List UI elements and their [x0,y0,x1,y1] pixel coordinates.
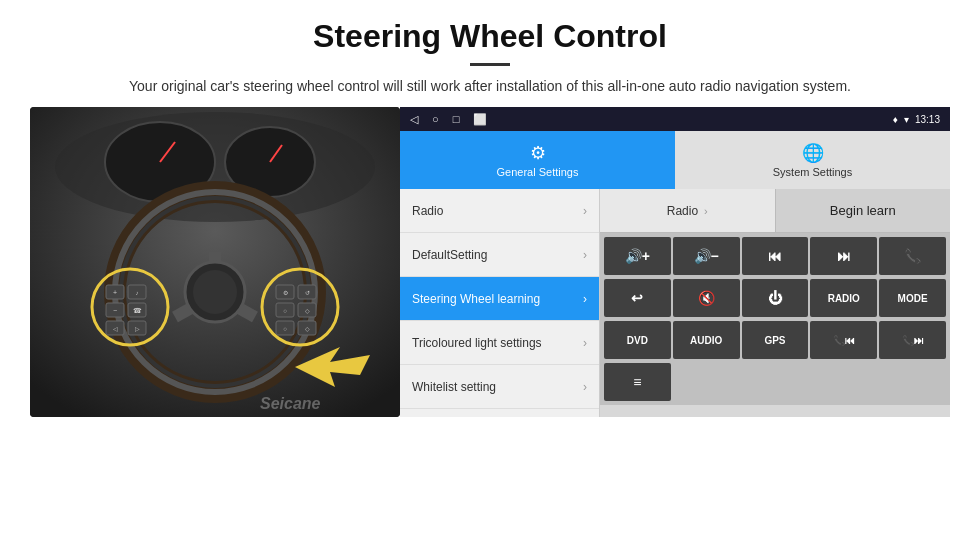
button-grid-row3: ↩ 🔇 ⏻ RADIO MODE [600,279,950,321]
svg-text:−: − [113,307,117,314]
svg-text:☎: ☎ [133,307,142,314]
vol-down-button[interactable]: 🔊− [673,237,740,275]
menu-item-whitelist[interactable]: Whitelist setting › [400,365,599,409]
car-image: + ♪ − ☎ ◁ ▷ ⚙ ↺ ○ ◇ ○ [30,107,400,417]
button-grid-row2: 🔊+ 🔊− ⏮ ⏭ 📞 [600,233,950,279]
nav-buttons: ◁ ○ □ ⬜ [410,113,487,126]
svg-text:◇: ◇ [305,326,310,332]
android-panel: ◁ ○ □ ⬜ ♦ ▾ 13:13 ⚙ General Settings [400,107,950,417]
radio-btn[interactable]: RADIO [810,279,877,317]
system-settings-tab[interactable]: 🌐 System Settings [675,131,950,189]
svg-text:+: + [113,289,117,296]
page-title: Steering Wheel Control [40,18,940,55]
radio-label: Radio › [600,189,776,232]
mode-button[interactable]: MODE [879,279,946,317]
svg-text:◁: ◁ [113,326,118,332]
right-panel: Radio › Begin learn 🔊+ 🔊− ⏮ ⏭ 📞 [600,189,950,417]
svg-text:◇: ◇ [305,308,310,314]
clock: 13:13 [915,114,940,125]
menu-item-steering-wheel[interactable]: Steering Wheel learning › [400,277,599,321]
power-button[interactable]: ⏻ [742,279,809,317]
recent-nav-icon[interactable]: □ [453,113,460,125]
page-subtitle: Your original car's steering wheel contr… [115,76,865,97]
system-settings-icon: 🌐 [802,142,824,164]
menu-item-tricoloured[interactable]: Tricoloured light settings › [400,321,599,365]
phone-button[interactable]: 📞 [879,237,946,275]
screenshot-nav-icon[interactable]: ⬜ [473,113,487,126]
back-nav-icon[interactable]: ◁ [410,113,418,126]
svg-text:○: ○ [283,308,287,314]
general-settings-tab[interactable]: ⚙ General Settings [400,131,675,189]
button-grid-row5: ≡ [600,363,950,405]
general-settings-label: General Settings [497,166,579,178]
general-settings-icon: ⚙ [530,142,546,164]
chevron-icon: › [583,204,587,218]
chevron-icon: › [583,292,587,306]
svg-text:○: ○ [283,326,287,332]
svg-point-13 [193,270,237,314]
svg-text:↺: ↺ [305,290,310,296]
vol-up-button[interactable]: 🔊+ [604,237,671,275]
chevron-icon: › [583,248,587,262]
radio-row: Radio › Begin learn [600,189,950,233]
android-body: Radio › DefaultSetting › Steering Wheel … [400,189,950,417]
chevron-icon: › [583,336,587,350]
gps-button[interactable]: GPS [742,321,809,359]
phone-prev-button[interactable]: 📞⏮ [810,321,877,359]
header-section: Steering Wheel Control Your original car… [0,0,980,107]
menu-item-defaultsetting[interactable]: DefaultSetting › [400,233,599,277]
home-nav-icon[interactable]: ○ [432,113,439,125]
chevron-icon: › [583,380,587,394]
menu-item-radio[interactable]: Radio › [400,189,599,233]
menu-button[interactable]: ≡ [604,363,671,401]
title-divider [470,63,510,66]
status-bar: ◁ ○ □ ⬜ ♦ ▾ 13:13 [400,107,950,131]
begin-learn-button[interactable]: Begin learn [776,189,951,232]
svg-text:♪: ♪ [136,290,139,296]
button-grid-row4: DVD AUDIO GPS 📞⏮ 📞⏭ [600,321,950,363]
dvd-button[interactable]: DVD [604,321,671,359]
phone-next-button[interactable]: 📞⏭ [879,321,946,359]
audio-button[interactable]: AUDIO [673,321,740,359]
svg-text:▷: ▷ [135,326,140,332]
location-icon: ♦ [893,114,898,125]
android-header: ⚙ General Settings 🌐 System Settings [400,131,950,189]
status-icons: ♦ ▾ 13:13 [893,114,940,125]
content-area: + ♪ − ☎ ◁ ▷ ⚙ ↺ ○ ◇ ○ [0,107,980,546]
wifi-icon: ▾ [904,114,909,125]
svg-text:Seicane: Seicane [260,395,321,412]
prev-track-button[interactable]: ⏮ [742,237,809,275]
left-menu: Radio › DefaultSetting › Steering Wheel … [400,189,600,417]
next-track-button[interactable]: ⏭ [810,237,877,275]
svg-text:⚙: ⚙ [283,290,288,296]
return-button[interactable]: ↩ [604,279,671,317]
mute-button[interactable]: 🔇 [673,279,740,317]
system-settings-label: System Settings [773,166,852,178]
